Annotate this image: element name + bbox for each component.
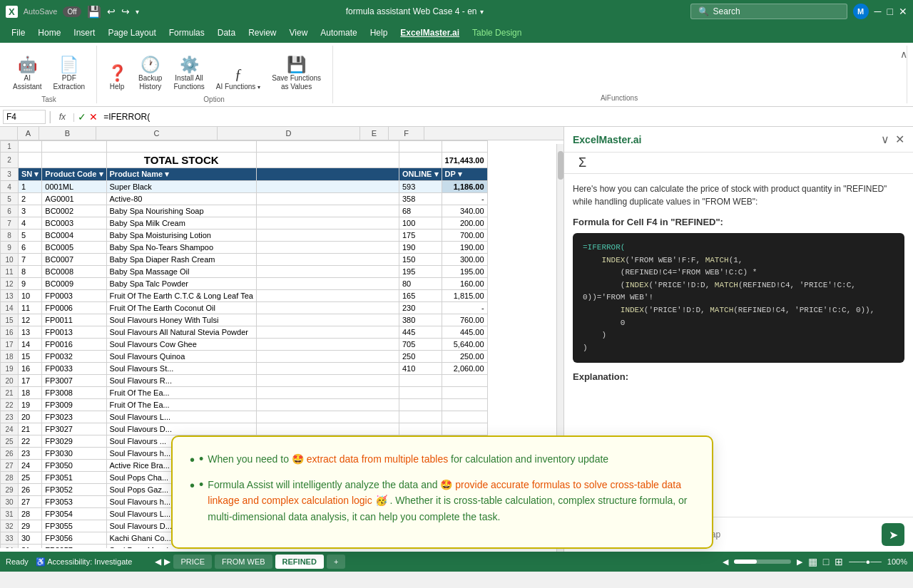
ribbon-collapse-btn[interactable]: ∧ xyxy=(900,48,907,60)
table-row: 14 11 FP0006 Fruit Of The Earth Coconut … xyxy=(1,302,488,314)
maximize-btn[interactable]: □ xyxy=(887,6,893,17)
task-group-label: Task xyxy=(41,94,56,103)
menu-file[interactable]: File xyxy=(6,26,31,40)
table-row: 19 16 FP0033 Soul Flavours St... 410 2,0… xyxy=(1,363,488,375)
table-row: 2 TOTAL STOCK 171,443.00 xyxy=(1,153,488,168)
zoom-level[interactable]: 100% xyxy=(887,557,907,566)
backup-history-button[interactable]: 🕐 BackupHistory xyxy=(134,54,166,94)
code-line-7: ) xyxy=(583,329,894,342)
ready-status: Ready xyxy=(6,557,29,566)
menu-data[interactable]: Data xyxy=(212,26,241,40)
cancel-icon[interactable]: ✕ xyxy=(89,111,98,123)
menu-help[interactable]: Help xyxy=(364,26,394,40)
col-header-F[interactable]: F xyxy=(389,127,424,140)
menu-excelmaster[interactable]: ExcelMaster.ai xyxy=(394,26,465,40)
table-row: 7 4 BC0003 Baby Spa Milk Cream 100 200.0… xyxy=(1,217,488,229)
chat-popup-item-2: • Formula Assist will intelligently anal… xyxy=(190,477,695,525)
scroll-progress[interactable] xyxy=(734,559,791,564)
sheet-tab-add[interactable]: + xyxy=(327,555,345,569)
ribbon-group-aifunctions: AiFunctions xyxy=(336,46,907,103)
sheet-tab-refined[interactable]: REFINED xyxy=(275,555,324,569)
menu-insert[interactable]: Insert xyxy=(68,26,101,40)
menu-review[interactable]: Review xyxy=(243,26,282,40)
file-name: formula assistant Web Case 4 - en xyxy=(346,6,477,16)
accessibility-status[interactable]: ♿ Accessibility: Investigate xyxy=(36,557,133,567)
menu-pagelayout[interactable]: Page Layout xyxy=(102,26,161,40)
col-header-D[interactable]: D xyxy=(218,127,360,140)
explanation-section-label: Explanation: xyxy=(573,371,904,382)
cell-reference-input[interactable] xyxy=(3,110,46,124)
dropdown-chevron[interactable]: ▾ xyxy=(480,8,484,16)
save-functions-icon: 💾 xyxy=(287,57,306,73)
panel-collapse-btn[interactable]: ∨ xyxy=(881,133,889,146)
sheet-tab-price[interactable]: PRICE xyxy=(173,555,212,569)
zoom-slider[interactable]: ───●── xyxy=(849,557,882,566)
table-row: 21 18 FP3008 Fruit Of The Ea... xyxy=(1,387,488,399)
formula-content[interactable]: =IFERROR( xyxy=(101,110,910,123)
scroll-right-btn[interactable]: ▶ xyxy=(164,557,170,567)
scroll-left-btn[interactable]: ◀ xyxy=(155,557,161,567)
help-label: Help xyxy=(110,83,125,91)
col-header-A[interactable]: A xyxy=(18,127,39,140)
chat-popup: • When you need to 🤩 extract data from m… xyxy=(171,435,713,549)
check-icon[interactable]: ✓ xyxy=(78,111,86,123)
ai-assistant-icon: 🤖 xyxy=(18,57,37,73)
view-normal-btn[interactable]: ▦ xyxy=(808,556,817,567)
panel-close-btn[interactable]: ✕ xyxy=(895,133,904,146)
search-box[interactable]: 🔍 Search xyxy=(690,4,847,19)
redo-icon[interactable]: ↪ xyxy=(121,6,130,17)
view-break-btn[interactable]: ⊞ xyxy=(835,556,843,567)
ribbon-option-buttons: ❓ Help 🕐 BackupHistory ⚙️ Install AllFun… xyxy=(103,46,325,94)
emoji-1: 🤩 xyxy=(292,453,304,465)
user-avatar[interactable]: M xyxy=(853,4,869,19)
save-icon[interactable]: 💾 xyxy=(87,5,101,19)
menu-bar: File Home Insert Page Layout Formulas Da… xyxy=(0,23,913,43)
code-line-4: (INDEX('PRICE'!D:D, MATCH(REFINED!C4, 'P… xyxy=(583,279,894,304)
menu-view[interactable]: View xyxy=(284,26,314,40)
table-row: 11 8 BC0008 Baby Spa Massage Oil 195 195… xyxy=(1,266,488,278)
fx-button[interactable]: fx xyxy=(55,110,70,123)
ribbon: 🤖 AIAssistant 📄 PDFExtraction Task ❓ Hel… xyxy=(0,43,913,107)
scroll-horz-right[interactable]: ▶ xyxy=(797,557,802,567)
chat-item-2-text: Formula Assist will intelligently analyz… xyxy=(208,477,695,525)
dropdown-icon[interactable]: ▾ xyxy=(136,8,139,16)
scroll-horz-left[interactable]: ◀ xyxy=(723,557,728,567)
status-bar-left: Ready ♿ Accessibility: Investigate xyxy=(6,557,132,567)
ai-assistant-button[interactable]: 🤖 AIAssistant xyxy=(9,54,46,94)
table-row: 17 14 FP0016 Soul Flavours Cow Ghee 705 … xyxy=(1,339,488,351)
chat-popup-item-1: • When you need to 🤩 extract data from m… xyxy=(190,451,695,468)
view-page-btn[interactable]: □ xyxy=(823,556,829,567)
title-bar-right: 🔍 Search M ─ □ ✕ xyxy=(690,4,907,19)
backup-icon: 🕐 xyxy=(141,57,160,73)
chat-item-1-text: When you need to 🤩 extract data from mul… xyxy=(208,451,608,467)
menu-automate[interactable]: Automate xyxy=(315,26,362,40)
col-header-B[interactable]: B xyxy=(39,127,96,140)
title-bar-left: X AutoSave Off 💾 ↩ ↪ ▾ xyxy=(6,5,139,19)
panel-controls: ∨ ✕ xyxy=(881,133,904,146)
code-line-2: INDEX('FROM WEB'!F:F, MATCH(1, xyxy=(583,254,894,267)
col-header-E[interactable]: E xyxy=(360,127,389,140)
autosave-toggle[interactable]: Off xyxy=(63,6,81,17)
table-row: 1 xyxy=(1,141,488,153)
menu-formulas[interactable]: Formulas xyxy=(163,26,210,40)
formula-label: Formula for Cell F4 in "REFINED": xyxy=(573,217,904,227)
aifunctions-group-label: AiFunctions xyxy=(601,93,638,103)
col-header-C[interactable]: C xyxy=(96,127,218,140)
scrollbar-thumb[interactable] xyxy=(558,151,563,180)
minimize-btn[interactable]: ─ xyxy=(874,6,882,17)
sigma-button[interactable]: Σ xyxy=(573,153,592,172)
help-button[interactable]: ❓ Help xyxy=(103,63,131,94)
menu-home[interactable]: Home xyxy=(32,26,66,40)
ai-functions-button[interactable]: ƒ AI Functions ▾ xyxy=(212,64,265,94)
close-btn[interactable]: ✕ xyxy=(899,6,907,17)
table-row: 20 17 FP3007 Soul Flavours R... xyxy=(1,375,488,387)
install-functions-button[interactable]: ⚙️ Install AllFunctions xyxy=(169,54,208,94)
menu-tabledesign[interactable]: Table Design xyxy=(466,26,527,40)
sheet-tab-fromweb[interactable]: FROM WEB xyxy=(215,555,272,569)
undo-icon[interactable]: ↩ xyxy=(107,6,116,17)
table-row: 13 10 FP0003 Fruit Of The Earth C.T.C & … xyxy=(1,290,488,302)
send-button[interactable]: ➤ xyxy=(882,523,904,546)
save-functions-button[interactable]: 💾 Save Functionsas Values xyxy=(267,54,325,94)
explanation-text: Here's how you can calculate the price o… xyxy=(573,182,904,208)
pdf-extraction-button[interactable]: 📄 PDFExtraction xyxy=(49,54,89,94)
